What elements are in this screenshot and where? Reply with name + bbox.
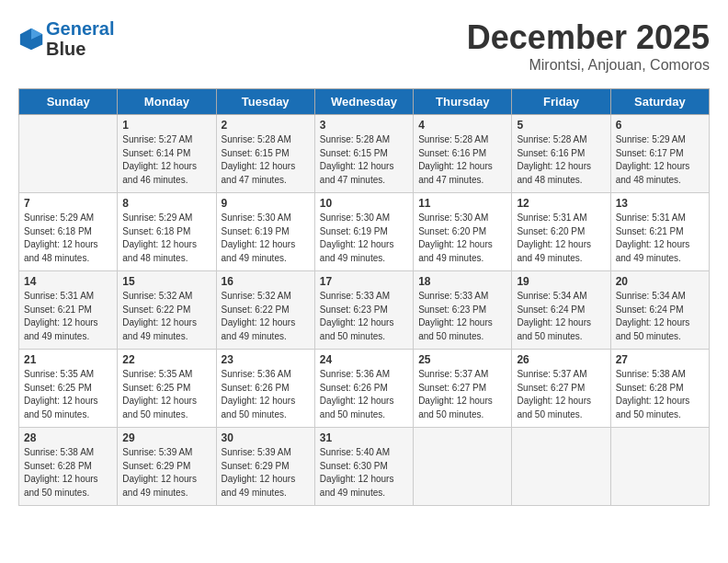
calendar-cell: 26Sunrise: 5:37 AM Sunset: 6:27 PM Dayli…	[512, 350, 610, 428]
cell-info: Sunrise: 5:40 AM Sunset: 6:30 PM Dayligh…	[320, 446, 408, 500]
cell-info: Sunrise: 5:31 AM Sunset: 6:21 PM Dayligh…	[616, 212, 704, 265]
cell-info: Sunrise: 5:29 AM Sunset: 6:18 PM Dayligh…	[24, 212, 112, 265]
day-number: 20	[616, 275, 704, 288]
cell-info: Sunrise: 5:27 AM Sunset: 6:14 PM Dayligh…	[122, 133, 210, 187]
calendar-cell: 15Sunrise: 5:32 AM Sunset: 6:22 PM Dayli…	[118, 271, 216, 350]
day-number: 6	[616, 119, 704, 132]
calendar-table: SundayMondayTuesdayWednesdayThursdayFrid…	[18, 88, 710, 506]
calendar-body: 1Sunrise: 5:27 AM Sunset: 6:14 PM Daylig…	[19, 115, 710, 506]
day-number: 28	[24, 431, 112, 444]
day-number: 7	[24, 197, 112, 210]
calendar-cell: 20Sunrise: 5:34 AM Sunset: 6:24 PM Dayli…	[610, 271, 709, 350]
calendar-cell: 17Sunrise: 5:33 AM Sunset: 6:23 PM Dayli…	[314, 271, 413, 350]
day-header-tuesday: Tuesday	[216, 89, 314, 115]
day-number: 1	[122, 119, 210, 132]
calendar-cell: 10Sunrise: 5:30 AM Sunset: 6:19 PM Dayli…	[314, 193, 413, 271]
week-row-5: 28Sunrise: 5:38 AM Sunset: 6:28 PM Dayli…	[19, 428, 710, 506]
calendar-cell: 5Sunrise: 5:28 AM Sunset: 6:16 PM Daylig…	[512, 115, 610, 193]
calendar-cell: 29Sunrise: 5:39 AM Sunset: 6:29 PM Dayli…	[118, 428, 216, 506]
day-number: 16	[222, 275, 310, 288]
calendar-cell: 24Sunrise: 5:36 AM Sunset: 6:26 PM Dayli…	[314, 350, 413, 428]
cell-info: Sunrise: 5:28 AM Sunset: 6:15 PM Dayligh…	[320, 133, 408, 187]
calendar-cell: 21Sunrise: 5:35 AM Sunset: 6:25 PM Dayli…	[19, 350, 118, 428]
day-header-sunday: Sunday	[19, 89, 118, 115]
logo-text: General Blue	[46, 18, 114, 59]
cell-info: Sunrise: 5:34 AM Sunset: 6:24 PM Dayligh…	[517, 290, 605, 343]
day-number: 14	[24, 275, 112, 288]
day-number: 27	[616, 353, 704, 366]
day-number: 12	[517, 197, 605, 210]
cell-info: Sunrise: 5:28 AM Sunset: 6:16 PM Dayligh…	[517, 133, 605, 187]
calendar-cell	[19, 115, 118, 193]
calendar-cell: 2Sunrise: 5:28 AM Sunset: 6:15 PM Daylig…	[216, 115, 314, 193]
cell-info: Sunrise: 5:37 AM Sunset: 6:27 PM Dayligh…	[418, 368, 506, 421]
cell-info: Sunrise: 5:36 AM Sunset: 6:26 PM Dayligh…	[222, 368, 310, 421]
day-header-wednesday: Wednesday	[314, 89, 413, 115]
calendar-cell: 30Sunrise: 5:39 AM Sunset: 6:29 PM Dayli…	[216, 428, 314, 506]
cell-info: Sunrise: 5:28 AM Sunset: 6:15 PM Dayligh…	[222, 133, 310, 187]
day-number: 21	[24, 353, 112, 366]
cell-info: Sunrise: 5:38 AM Sunset: 6:28 PM Dayligh…	[24, 446, 112, 500]
calendar-cell	[512, 428, 610, 506]
calendar-cell	[414, 428, 512, 506]
day-number: 5	[517, 119, 605, 132]
cell-info: Sunrise: 5:37 AM Sunset: 6:27 PM Dayligh…	[517, 368, 605, 421]
day-number: 24	[320, 353, 408, 366]
day-number: 18	[418, 275, 506, 288]
calendar-cell: 9Sunrise: 5:30 AM Sunset: 6:19 PM Daylig…	[216, 193, 314, 271]
calendar-cell: 1Sunrise: 5:27 AM Sunset: 6:14 PM Daylig…	[118, 115, 216, 193]
day-number: 10	[320, 197, 408, 210]
calendar-cell: 7Sunrise: 5:29 AM Sunset: 6:18 PM Daylig…	[19, 193, 118, 271]
day-header-friday: Friday	[512, 89, 610, 115]
logo-icon	[18, 26, 44, 52]
calendar-cell: 28Sunrise: 5:38 AM Sunset: 6:28 PM Dayli…	[19, 428, 118, 506]
cell-info: Sunrise: 5:35 AM Sunset: 6:25 PM Dayligh…	[24, 368, 112, 421]
calendar-cell: 8Sunrise: 5:29 AM Sunset: 6:18 PM Daylig…	[118, 193, 216, 271]
calendar-cell: 11Sunrise: 5:30 AM Sunset: 6:20 PM Dayli…	[414, 193, 512, 271]
week-row-2: 7Sunrise: 5:29 AM Sunset: 6:18 PM Daylig…	[19, 193, 710, 271]
day-number: 19	[517, 275, 605, 288]
cell-info: Sunrise: 5:31 AM Sunset: 6:20 PM Dayligh…	[517, 212, 605, 265]
day-header-thursday: Thursday	[414, 89, 512, 115]
day-number: 22	[122, 353, 210, 366]
calendar-cell	[610, 428, 709, 506]
cell-info: Sunrise: 5:30 AM Sunset: 6:19 PM Dayligh…	[320, 212, 408, 265]
calendar-cell: 19Sunrise: 5:34 AM Sunset: 6:24 PM Dayli…	[512, 271, 610, 350]
cell-info: Sunrise: 5:32 AM Sunset: 6:22 PM Dayligh…	[222, 290, 310, 343]
day-number: 13	[616, 197, 704, 210]
cell-info: Sunrise: 5:28 AM Sunset: 6:16 PM Dayligh…	[418, 133, 506, 187]
calendar-cell: 3Sunrise: 5:28 AM Sunset: 6:15 PM Daylig…	[314, 115, 413, 193]
calendar-cell: 22Sunrise: 5:35 AM Sunset: 6:25 PM Dayli…	[118, 350, 216, 428]
day-number: 2	[222, 119, 310, 132]
cell-info: Sunrise: 5:29 AM Sunset: 6:17 PM Dayligh…	[616, 133, 704, 187]
day-number: 15	[122, 275, 210, 288]
cell-info: Sunrise: 5:29 AM Sunset: 6:18 PM Dayligh…	[122, 212, 210, 265]
cell-info: Sunrise: 5:30 AM Sunset: 6:19 PM Dayligh…	[222, 212, 310, 265]
location: Mirontsi, Anjouan, Comoros	[467, 57, 710, 74]
day-number: 4	[418, 119, 506, 132]
cell-info: Sunrise: 5:34 AM Sunset: 6:24 PM Dayligh…	[616, 290, 704, 343]
day-number: 9	[222, 197, 310, 210]
calendar-cell: 18Sunrise: 5:33 AM Sunset: 6:23 PM Dayli…	[414, 271, 512, 350]
day-number: 17	[320, 275, 408, 288]
cell-info: Sunrise: 5:32 AM Sunset: 6:22 PM Dayligh…	[122, 290, 210, 343]
day-number: 11	[418, 197, 506, 210]
day-number: 26	[517, 353, 605, 366]
week-row-1: 1Sunrise: 5:27 AM Sunset: 6:14 PM Daylig…	[19, 115, 710, 193]
day-number: 31	[320, 431, 408, 444]
calendar-cell: 4Sunrise: 5:28 AM Sunset: 6:16 PM Daylig…	[414, 115, 512, 193]
day-number: 8	[122, 197, 210, 210]
day-number: 25	[418, 353, 506, 366]
cell-info: Sunrise: 5:39 AM Sunset: 6:29 PM Dayligh…	[222, 446, 310, 500]
cell-info: Sunrise: 5:35 AM Sunset: 6:25 PM Dayligh…	[122, 368, 210, 421]
calendar-cell: 23Sunrise: 5:36 AM Sunset: 6:26 PM Dayli…	[216, 350, 314, 428]
day-header-monday: Monday	[118, 89, 216, 115]
week-row-3: 14Sunrise: 5:31 AM Sunset: 6:21 PM Dayli…	[19, 271, 710, 350]
calendar-cell: 27Sunrise: 5:38 AM Sunset: 6:28 PM Dayli…	[610, 350, 709, 428]
day-number: 30	[222, 431, 310, 444]
cell-info: Sunrise: 5:38 AM Sunset: 6:28 PM Dayligh…	[616, 368, 704, 421]
calendar-cell: 13Sunrise: 5:31 AM Sunset: 6:21 PM Dayli…	[610, 193, 709, 271]
cell-info: Sunrise: 5:30 AM Sunset: 6:20 PM Dayligh…	[418, 212, 506, 265]
day-number: 29	[122, 431, 210, 444]
page-header: General Blue December 2025 Mirontsi, Anj…	[18, 18, 710, 74]
